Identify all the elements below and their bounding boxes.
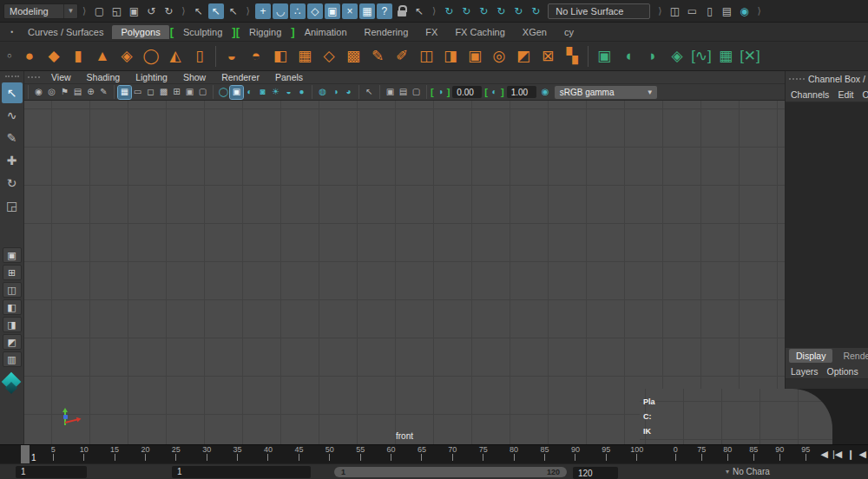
shaded-icon[interactable]: ▣ [230,86,243,99]
animation-start-field[interactable]: 1 [16,466,87,478]
camera-attributes-icon[interactable]: ◎ [45,86,58,99]
gate-mask-icon[interactable]: ▩ [157,86,170,99]
contrast-icon[interactable]: ◐ [488,86,501,99]
render-current-frame-icon[interactable]: ▭ [684,3,700,19]
boolean-icon[interactable]: ◧ [269,45,292,68]
uv-cut-sew-icon[interactable]: [✕] [739,45,761,68]
time-slider[interactable]: 1 51015202530354045505560657075808590951… [0,444,868,463]
select-hierarchy-icon[interactable]: ↖ [191,3,207,19]
reduce-icon[interactable]: ▚ [561,45,583,68]
shelf-tab-menu-icon[interactable]: ▪ [6,26,18,38]
snap-help-icon[interactable]: ? [377,3,392,19]
render-settings-icon[interactable]: ▤ [719,3,734,19]
menu-renderer[interactable]: Renderer [221,72,260,82]
field-chart-icon[interactable]: ⊞ [170,86,183,99]
menu-options[interactable]: Options [827,366,858,377]
render-view-icon[interactable]: ◫ [667,3,682,19]
xray-active-components-icon[interactable]: ◕ [342,86,355,99]
layout-hypershade-icon[interactable]: ◨ [3,317,22,332]
undo-icon[interactable]: ↺ [143,3,159,19]
paint-select-tool-icon[interactable]: ✎ [2,128,23,148]
gamma-dropdown[interactable]: sRGB gamma ▼ [555,86,657,99]
channel-box-content[interactable] [786,102,868,348]
menu-set-dropdown[interactable]: Modeling ▼ [3,3,78,19]
lock-selection-icon[interactable] [394,3,410,19]
grid-toggle-icon[interactable]: ▦ [118,86,131,99]
snap-to-projected-center-icon[interactable]: ◇ [307,3,323,19]
safe-action-icon[interactable]: ▣ [183,86,196,99]
uv-cylindrical-icon[interactable]: ◖ [617,45,640,68]
layout-uv-editor-icon[interactable]: ◩ [3,334,22,350]
xray-joints-icon[interactable]: ◑ [329,86,342,99]
quad-draw-icon[interactable]: ◩ [512,45,535,68]
poly-pyramid-icon[interactable]: ◭ [164,45,187,68]
uv-spherical-icon[interactable]: ◗ [641,45,664,68]
menu-lighting[interactable]: Lighting [135,72,168,82]
poly-cube-icon[interactable]: ◆ [43,45,65,68]
use-all-lights-icon[interactable]: ☀ [269,86,282,99]
render-setup-icon[interactable]: ◉ [736,3,752,19]
redo-icon[interactable]: ↻ [161,3,176,19]
poly-pipe-icon[interactable]: ▯ [188,45,211,68]
panel-grip[interactable] [28,76,40,78]
character-set-dropdown[interactable]: ▾ No Chara [726,467,770,476]
menu-layers[interactable]: Layers [791,366,819,377]
construction-history-icon-6[interactable]: ↻ [528,3,543,19]
menu-shading[interactable]: Shading [87,72,121,82]
poly-sphere-icon[interactable]: ● [18,45,41,68]
target-weld-icon[interactable]: ⊠ [536,45,559,68]
tab-animation[interactable]: Animation [296,25,356,39]
textured-icon[interactable]: ◙ [256,86,269,99]
menu-panels[interactable]: Panels [275,72,303,82]
chevron-down-icon[interactable]: ▼ [63,4,77,18]
smooth-icon[interactable]: ◇ [318,45,340,68]
poly-torus-icon[interactable]: ◯ [140,45,162,68]
film-gate-icon[interactable]: ▭ [131,86,144,99]
panel-grip[interactable] [789,78,805,80]
tab-display[interactable]: Display [789,349,832,363]
tab-fx-caching[interactable]: FX Caching [446,25,513,39]
poly-cylinder-icon[interactable]: ▮ [67,45,89,68]
layout-custom-icon[interactable]: ▥ [3,351,22,367]
safe-title-icon[interactable]: ▢ [196,86,209,99]
snap-together-icon[interactable]: ▦ [359,3,375,19]
wireframe-icon[interactable]: ◯ [217,86,230,99]
two-d-pan-zoom-icon[interactable]: ⊕ [84,86,97,99]
menu-edit[interactable]: Edit [838,89,853,100]
lasso-tool-icon[interactable]: ∿ [2,105,23,126]
layout-four-view-icon[interactable]: ⊞ [3,265,22,280]
move-tool-icon[interactable]: ✚ [2,150,23,171]
combine-icon[interactable]: ◒ [220,45,243,68]
color-management-icon[interactable]: ◉ [539,86,552,99]
menu-channels[interactable]: Channels [791,89,829,100]
shelf-options-icon[interactable]: ○ [3,45,16,68]
mirror-icon[interactable]: ◨ [439,45,462,68]
menu-view[interactable]: View [51,72,71,82]
image-plane-icon[interactable]: ▤ [71,86,84,99]
tab-xgen[interactable]: XGen [514,25,556,39]
grease-pencil-icon[interactable]: ✎ [97,86,110,99]
create-polygon-tool-icon[interactable]: ✎ [366,45,389,68]
xray-icon[interactable]: ◍ [316,86,329,99]
snap-to-points-icon[interactable]: ∴ [290,3,306,19]
menu-object[interactable]: O [862,89,868,100]
bookmark-icon[interactable]: ⚑ [58,86,71,99]
tab-polygons[interactable]: Polygons [112,25,168,39]
construction-history-icon-5[interactable]: ↻ [510,3,526,19]
panel-option-icon-1[interactable]: ▣ [384,86,397,99]
save-scene-icon[interactable]: ▣ [126,3,141,19]
resolution-gate-icon[interactable]: ◻ [144,86,157,99]
extrude-icon[interactable]: ◫ [415,45,437,68]
playback-end-field[interactable]: 120 [573,467,618,479]
go-to-start-button[interactable]: ◀ [821,449,828,460]
panel-option-icon-3[interactable]: ▢ [410,86,423,99]
tab-fx[interactable]: FX [417,25,446,39]
select-tool-icon[interactable]: ↖ [2,82,23,103]
construction-history-icon-1[interactable]: ↻ [441,3,457,19]
tab-curves-surfaces[interactable]: Curves / Surfaces [19,25,112,39]
step-back-frame-button[interactable]: |◀ [832,449,842,460]
uv-contour-stretch-icon[interactable]: [∿] [690,45,713,68]
exposure-icon[interactable]: ◑ [434,86,447,99]
multi-cut-icon[interactable]: ✐ [391,45,413,68]
make-live-icon[interactable]: × [342,3,358,19]
